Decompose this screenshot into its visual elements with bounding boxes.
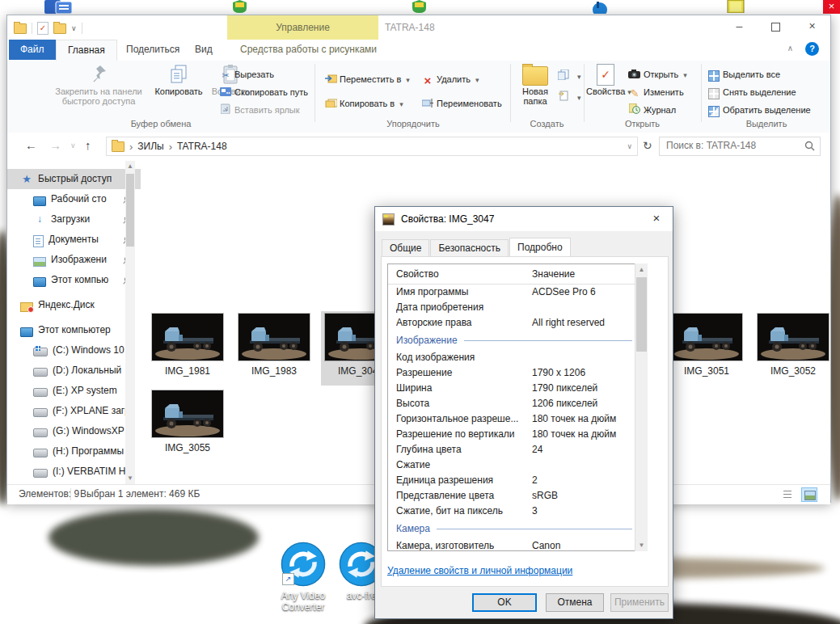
property-row[interactable]: Горизонтальное разреше...180 точек на дю…: [388, 411, 647, 427]
breadcrumb-root[interactable]: ЗИЛы: [137, 141, 163, 152]
delete-button[interactable]: ×Удалить: [421, 72, 479, 87]
up-button[interactable]: ↑: [85, 138, 91, 152]
tab-view[interactable]: Вид: [184, 40, 224, 60]
property-row[interactable]: Глубина цвета24: [388, 442, 647, 457]
move-to-button[interactable]: Переместить в: [324, 72, 410, 87]
sidebar-item[interactable]: Этот компью: [7, 270, 141, 290]
select-all-button[interactable]: Выделить все: [707, 67, 780, 82]
edit-button[interactable]: ✎Изменить: [628, 85, 684, 100]
scroll-down-icon[interactable]: ▼: [635, 539, 648, 551]
property-row[interactable]: Разрешение1790 x 1206: [388, 365, 647, 381]
background-app-icon[interactable]: [44, 0, 74, 16]
remove-properties-link[interactable]: Удаление свойств и личной информации: [387, 565, 572, 576]
property-row[interactable]: Ширина1790 пикселей: [388, 381, 647, 396]
cancel-button[interactable]: Отмена: [546, 593, 604, 612]
dialog-tab[interactable]: Общие: [382, 239, 429, 257]
sidebar-item[interactable]: Яндекс.Диск: [7, 295, 141, 315]
ok-button[interactable]: OK: [472, 593, 537, 612]
dialog-close-button[interactable]: ×: [640, 207, 673, 230]
property-row[interactable]: Единица разрешения2: [388, 473, 647, 488]
help-icon[interactable]: ?: [805, 42, 819, 56]
property-row[interactable]: Высота1206 пикселей: [388, 396, 647, 411]
dialog-tab[interactable]: Подробно: [509, 238, 571, 257]
property-row[interactable]: Камера, изготовительCanon: [388, 538, 647, 551]
breadcrumb-chevron-icon[interactable]: ›: [169, 141, 172, 153]
cut-button[interactable]: ✂Вырезать: [219, 67, 274, 82]
sidebar-item[interactable]: Рабочий сто: [7, 189, 141, 209]
property-row[interactable]: Авторские праваAll right reserved: [388, 315, 647, 331]
sidebar-scrollbar[interactable]: ▲ ▼: [125, 161, 135, 484]
background-blue-app-icon[interactable]: [593, 0, 607, 16]
file-item[interactable]: IMG_3051: [667, 311, 746, 386]
dialog-tab[interactable]: Безопасность: [430, 239, 509, 257]
close-button[interactable]: ×: [794, 15, 830, 38]
search-icon[interactable]: [804, 141, 815, 154]
property-row[interactable]: Имя программыACDSee Pro 6: [388, 285, 647, 300]
invert-selection-button[interactable]: Обратить выделение: [707, 103, 811, 118]
scrollbar-thumb[interactable]: [126, 174, 134, 247]
scroll-down-icon[interactable]: ▼: [125, 473, 135, 484]
sidebar-item[interactable]: (D:) Локальный: [7, 360, 141, 381]
properties-quick-icon[interactable]: ✓: [37, 22, 49, 35]
easy-access-button[interactable]: [557, 90, 581, 105]
tab-picture-tools[interactable]: Средства работы с рисунками: [229, 40, 388, 60]
sidebar-item[interactable]: (C:) Windows 10: [7, 340, 141, 360]
thumbnail-view-button[interactable]: [801, 487, 817, 502]
new-folder-button[interactable]: Новая папка: [517, 64, 554, 116]
background-window-close-button[interactable]: ×: [823, 0, 840, 14]
refresh-icon[interactable]: ↻: [643, 139, 652, 152]
breadcrumb-current[interactable]: TATRA-148: [177, 141, 227, 152]
file-item[interactable]: IMG_3055: [148, 388, 227, 462]
properties-button[interactable]: ✓ Свойства: [586, 64, 625, 116]
property-row[interactable]: Сжатие, бит на пиксель3: [388, 504, 647, 519]
copy-path-button[interactable]: Скопировать путь: [219, 85, 308, 100]
address-box[interactable]: › ЗИЛы › TATRA-148 ∨: [106, 137, 638, 156]
background-shield-icon[interactable]: [233, 0, 247, 15]
copy-button[interactable]: Копировать: [153, 64, 205, 116]
property-row[interactable]: Код изображения: [388, 350, 647, 365]
back-button[interactable]: ←: [25, 138, 37, 152]
scroll-up-icon[interactable]: ▲: [125, 161, 135, 172]
sidebar-item[interactable]: (G:) WindowsXP: [7, 421, 141, 441]
customize-qat-icon[interactable]: ∨: [71, 24, 77, 32]
background-shield-icon-2[interactable]: [412, 0, 426, 15]
folder-icon[interactable]: [14, 23, 27, 34]
sidebar-item[interactable]: Этот компьютер: [7, 320, 141, 340]
file-item[interactable]: IMG_1983: [234, 311, 314, 386]
file-item[interactable]: IMG_3052: [753, 311, 830, 386]
file-item[interactable]: IMG_1981: [148, 311, 227, 386]
details-view-button[interactable]: [780, 487, 796, 502]
sidebar-item[interactable]: (I:) VERBATIM HI: [7, 462, 141, 482]
background-yellow-icon[interactable]: [726, 0, 745, 15]
property-row[interactable]: Сжатие: [388, 457, 647, 473]
tab-share[interactable]: Поделиться: [115, 40, 191, 60]
new-folder-quick-icon[interactable]: [53, 23, 66, 34]
history-button[interactable]: Журнал: [628, 103, 676, 118]
property-row[interactable]: Дата приобретения: [388, 300, 647, 315]
scrollbar-thumb[interactable]: [636, 277, 647, 352]
tab-file[interactable]: Файл: [9, 40, 56, 60]
breadcrumb-chevron-icon[interactable]: ›: [129, 141, 133, 153]
sidebar-item[interactable]: (H:) Программы: [7, 441, 141, 462]
sidebar-item[interactable]: Документы: [7, 230, 141, 250]
sidebar-item[interactable]: (F:) XPLANE загр: [7, 401, 141, 421]
sidebar-item[interactable]: (E:) XP system: [7, 381, 141, 401]
sidebar-item[interactable]: ★Быстрый доступ: [7, 169, 141, 189]
property-row[interactable]: Представление цветаsRGB: [388, 488, 647, 504]
rename-button[interactable]: Переименовать: [421, 96, 502, 112]
copy-to-button[interactable]: Копировать в: [324, 96, 403, 112]
property-list-scrollbar[interactable]: ▲▼: [635, 264, 648, 551]
maximize-button[interactable]: [758, 15, 794, 38]
property-row[interactable]: Разрешение по вертикали180 точек на дюйм: [388, 427, 647, 442]
select-none-button[interactable]: Снять выделение: [707, 85, 796, 100]
scroll-up-icon[interactable]: ▲: [635, 264, 648, 276]
minimize-button[interactable]: –: [721, 15, 758, 38]
sidebar-item[interactable]: Изображени: [7, 250, 141, 270]
new-item-button[interactable]: [557, 69, 581, 84]
address-dropdown-icon[interactable]: ∨: [627, 142, 632, 150]
search-input[interactable]: [665, 139, 797, 152]
collapse-ribbon-icon[interactable]: ∧: [787, 44, 793, 53]
recent-locations-icon[interactable]: ∨: [70, 141, 76, 150]
sidebar-item[interactable]: ↓Загрузки: [7, 209, 141, 230]
search-box[interactable]: [659, 137, 821, 156]
